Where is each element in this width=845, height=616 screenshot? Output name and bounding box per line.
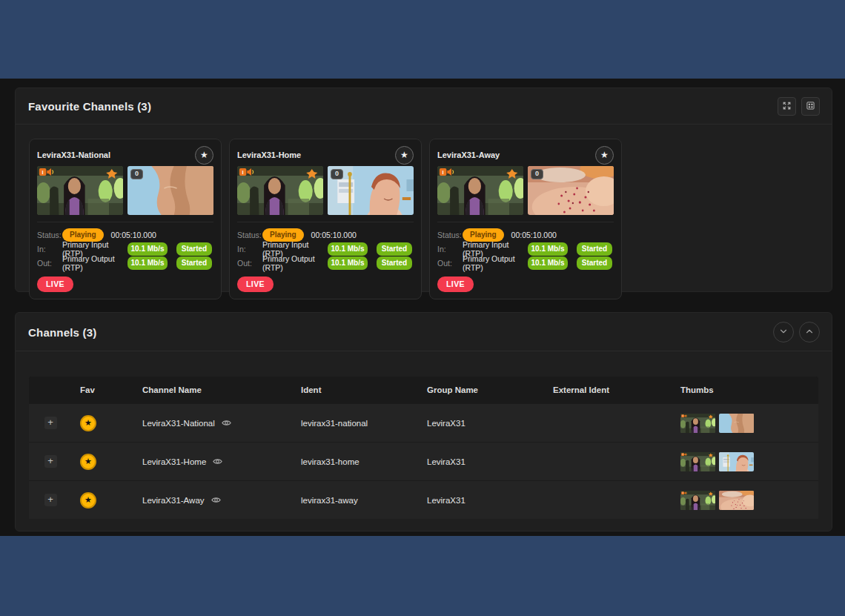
- channels-panel: Channels (3) Fav Channel Name: [15, 312, 832, 531]
- overlay-count-badge: 0: [331, 169, 343, 179]
- status-label: Status:: [37, 231, 62, 239]
- input-bitrate-badge: 10.1 Mb/s: [528, 242, 568, 256]
- status-label: Status:: [437, 231, 463, 239]
- channel-card-national: LeviraX31-National ★ i: [29, 139, 222, 299]
- favourite-channels-panel: Favourite Channels (3): [15, 87, 832, 292]
- svg-text:i: i: [683, 414, 683, 417]
- chevron-up-icon: [804, 326, 815, 339]
- expand-all-button[interactable]: [799, 322, 820, 342]
- content-background: Favourite Channels (3): [0, 79, 845, 536]
- svg-text:i: i: [683, 453, 683, 456]
- star-icon: ★: [84, 419, 92, 427]
- in-label: In:: [237, 245, 262, 254]
- out-label: Out:: [437, 259, 463, 268]
- table-row-away: + ★ LeviraX31-Away levirax31-away Levira…: [29, 480, 818, 519]
- output-name: Primary Output (RTP): [262, 254, 328, 272]
- column-header-channel-name[interactable]: Channel Name: [134, 385, 293, 394]
- fullscreen-button[interactable]: [778, 97, 796, 116]
- output-state-badge: Started: [176, 256, 212, 270]
- playout-time: 00:05:10.000: [511, 231, 557, 239]
- output-bitrate-badge: 10.1 Mb/s: [127, 256, 168, 270]
- channel-group: LeviraX31: [419, 457, 545, 466]
- channel-group: LeviraX31: [419, 419, 545, 428]
- star-icon: ★: [600, 150, 609, 159]
- input-video-thumbnail[interactable]: i: [237, 166, 323, 215]
- live-badge: LIVE: [37, 276, 73, 292]
- channels-title: Channels (3): [28, 326, 96, 339]
- expand-row-button[interactable]: +: [44, 494, 57, 506]
- card-title: LeviraX31-National: [37, 150, 110, 159]
- star-icon: ★: [84, 457, 92, 466]
- star-icon: ★: [200, 150, 208, 159]
- output-name: Primary Output (RTP): [463, 254, 528, 272]
- out-label: Out:: [37, 259, 62, 268]
- playout-time: 00:05:10.000: [311, 231, 357, 239]
- output-mini-thumbnail[interactable]: [719, 414, 754, 433]
- in-label: In:: [37, 245, 62, 254]
- favourite-toggle-button[interactable]: ★: [395, 146, 414, 165]
- input-mini-thumbnail[interactable]: i: [680, 491, 715, 510]
- favourite-star-badge[interactable]: ★: [80, 454, 96, 470]
- out-label: Out:: [237, 259, 262, 268]
- grid-layout-button[interactable]: [801, 97, 820, 116]
- output-bitrate-badge: 10.1 Mb/s: [328, 256, 368, 270]
- collapse-all-button[interactable]: [773, 322, 794, 342]
- eye-icon[interactable]: [211, 495, 221, 505]
- live-badge: LIVE: [437, 276, 474, 292]
- svg-text:i: i: [42, 169, 44, 176]
- input-state-badge: Started: [176, 242, 212, 256]
- output-name: Primary Output (RTP): [62, 254, 127, 272]
- card-title: LeviraX31-Home: [237, 150, 301, 159]
- svg-text:i: i: [683, 491, 683, 494]
- expand-row-button[interactable]: +: [44, 455, 57, 468]
- channel-card-home: LeviraX31-Home ★ i: [229, 139, 422, 299]
- column-header-ident[interactable]: Ident: [293, 385, 419, 394]
- column-header-group-name[interactable]: Group Name: [419, 385, 545, 394]
- overlay-count-badge: 0: [130, 169, 143, 179]
- input-bitrate-badge: 10.1 Mb/s: [127, 242, 168, 256]
- channel-name[interactable]: LeviraX31-Home: [142, 457, 206, 466]
- column-header-fav[interactable]: Fav: [72, 385, 134, 394]
- output-bitrate-badge: 10.1 Mb/s: [528, 256, 568, 270]
- star-icon: ★: [84, 496, 92, 504]
- input-state-badge: Started: [377, 242, 412, 256]
- fullscreen-icon: [782, 101, 792, 113]
- output-state-badge: Started: [377, 256, 412, 270]
- channel-ident: levirax31-national: [293, 419, 419, 428]
- live-badge: LIVE: [237, 276, 274, 292]
- channel-ident: levirax31-away: [293, 496, 419, 505]
- column-header-external-ident[interactable]: External Ident: [545, 385, 672, 394]
- favourite-cards-row: LeviraX31-National ★ i: [16, 125, 832, 314]
- favourite-star-badge[interactable]: ★: [80, 415, 96, 431]
- channel-name[interactable]: LeviraX31-Away: [142, 496, 205, 505]
- input-mini-thumbnail[interactable]: i: [680, 414, 715, 433]
- output-video-thumbnail[interactable]: 0: [328, 166, 414, 215]
- favourite-toggle-button[interactable]: ★: [195, 146, 213, 165]
- output-mini-thumbnail[interactable]: [719, 452, 754, 471]
- input-video-thumbnail[interactable]: i: [37, 166, 123, 215]
- input-mini-thumbnail[interactable]: i: [680, 452, 715, 471]
- chevron-down-icon: [778, 326, 789, 339]
- star-icon: ★: [400, 150, 408, 159]
- channel-ident: levirax31-home: [293, 457, 419, 466]
- output-video-thumbnail[interactable]: 0: [127, 166, 213, 215]
- eye-icon[interactable]: [213, 457, 222, 466]
- table-row-home: + ★ LeviraX31-Home levirax31-home Levira…: [29, 442, 818, 480]
- svg-text:i: i: [242, 169, 244, 176]
- input-video-thumbnail[interactable]: i: [437, 166, 523, 215]
- playout-time: 00:05:10.000: [111, 231, 156, 239]
- favourite-toggle-button[interactable]: ★: [595, 146, 614, 165]
- channel-name[interactable]: LeviraX31-National: [142, 419, 215, 428]
- channels-table: Fav Channel Name Ident Group Name Extern…: [29, 377, 818, 519]
- status-label: Status:: [237, 231, 262, 239]
- column-header-thumbs[interactable]: Thumbs: [672, 385, 818, 394]
- input-state-badge: Started: [577, 242, 612, 256]
- output-mini-thumbnail[interactable]: [719, 491, 754, 510]
- channel-group: LeviraX31: [419, 496, 545, 505]
- expand-row-button[interactable]: +: [44, 417, 57, 429]
- grid-layout-icon: [806, 101, 815, 113]
- eye-icon[interactable]: [222, 418, 231, 428]
- output-state-badge: Started: [577, 256, 612, 270]
- favourite-star-badge[interactable]: ★: [80, 492, 96, 509]
- output-video-thumbnail[interactable]: 0: [528, 166, 614, 215]
